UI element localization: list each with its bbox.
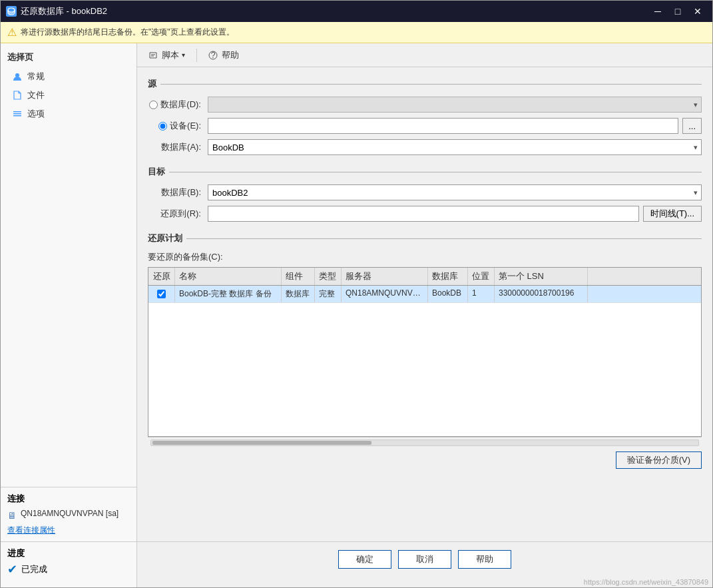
server-icon: 🖥 [7, 510, 17, 521]
connection-info: 🖥 QN18AMNQUVNVPAN [sa] [7, 509, 130, 521]
content-area: 源 数据库(D): [137, 67, 712, 541]
restore-plan-title: 还原计划 [148, 232, 182, 244]
left-panel: 选择页 常规 文件 选项 连接 [1, 43, 137, 587]
main-area: 选择页 常规 文件 选项 连接 [1, 43, 712, 587]
ok-button[interactable]: 确定 [338, 550, 391, 569]
row-name: BookDB-完整 数据库 备份 [175, 286, 282, 302]
view-connection-properties-link[interactable]: 查看连接属性 [7, 525, 130, 536]
sidebar-item-files[interactable]: 文件 [1, 86, 136, 105]
progress-section: 进度 ✔ 已完成 [1, 541, 136, 582]
file-icon [11, 89, 23, 101]
hscrollbar-thumb[interactable] [152, 441, 371, 445]
svg-text:?: ? [210, 51, 215, 60]
row-position: 1 [468, 286, 495, 302]
row-server: QN18AMNQUVNVPAN [342, 286, 428, 302]
source-title: 源 [148, 78, 156, 90]
options-icon [11, 108, 23, 120]
sidebar-item-options-label: 选项 [27, 108, 45, 120]
restore-plan-section: 还原计划 要还原的备份集(C): 还原 名称 组件 类型 服务器 [148, 232, 702, 469]
restore-to-control: 上次执行的备份(2019年9月23日 18:09:51) 时间线(T)... [208, 206, 702, 222]
toolbar-separator [196, 49, 197, 62]
device-radio[interactable] [158, 122, 167, 131]
svg-point-0 [8, 8, 15, 12]
col-header-position: 位置 [468, 268, 495, 285]
svg-rect-2 [13, 111, 21, 113]
validate-backup-button[interactable]: 验证备份介质(V) [616, 451, 702, 469]
close-button[interactable]: ✕ [688, 3, 707, 19]
sidebar-item-general[interactable]: 常规 [1, 67, 136, 86]
app-icon [6, 6, 17, 17]
help-dialog-button[interactable]: 帮助 [458, 550, 511, 569]
target-db-label: 数据库(B): [148, 186, 208, 198]
target-database-row: 数据库(B): bookDB2 [148, 184, 702, 200]
row-component: 数据库 [282, 286, 315, 302]
restore-plan-line [186, 238, 702, 239]
database-radio[interactable] [149, 101, 158, 109]
row-database: BookDB [428, 286, 468, 302]
restore-checkbox-cell[interactable] [148, 286, 175, 302]
database-radio-label[interactable]: 数据库(D): [149, 99, 201, 111]
target-section-line [169, 172, 702, 172]
connection-title: 连接 [7, 493, 130, 505]
window-title: 还原数据库 - bookDB2 [21, 5, 107, 17]
toolbar: 脚本 ▾ ? 帮助 [137, 43, 712, 67]
sidebar-item-files-label: 文件 [27, 89, 45, 101]
source-db-name-row: 数据库(A): BookDB [148, 139, 702, 155]
validate-btn-area: 验证备份介质(V) [148, 451, 702, 469]
main-window: 还原数据库 - bookDB2 ─ □ ✕ ⚠ 将进行源数据库的结尾日志备份。在… [0, 0, 713, 588]
sidebar-item-options[interactable]: 选项 [1, 105, 136, 123]
left-section-title: 选择页 [1, 49, 136, 67]
warning-text: 将进行源数据库的结尾日志备份。在"选项"页上查看此设置。 [21, 27, 234, 38]
restore-to-row: 还原到(R): 上次执行的备份(2019年9月23日 18:09:51) 时间线… [148, 206, 702, 222]
hscrollbar-track[interactable] [150, 440, 699, 446]
source-db-dropdown-wrapper: BookDB [208, 139, 702, 155]
source-db-control: BookDB [208, 139, 702, 155]
warning-bar: ⚠ 将进行源数据库的结尾日志备份。在"选项"页上查看此设置。 [1, 22, 712, 43]
sidebar-item-general-label: 常规 [27, 71, 45, 83]
source-database-control [208, 97, 702, 113]
target-db-dropdown[interactable]: bookDB2 [208, 184, 702, 200]
maximize-button[interactable]: □ [668, 3, 687, 19]
progress-item: ✔ 已完成 [7, 562, 130, 577]
col-header-name: 名称 [175, 268, 282, 285]
source-device-control: C:\database\backup\bookdb_full.bak ... [208, 118, 702, 134]
progress-title: 进度 [7, 547, 130, 559]
help-button[interactable]: ? 帮助 [202, 47, 245, 64]
table-row[interactable]: BookDB-完整 数据库 备份 数据库 完整 QN18AMNQUVNVPAN … [148, 286, 701, 303]
svg-rect-4 [13, 115, 21, 117]
backup-sets-label: 要还原的备份集(C): [148, 251, 702, 263]
script-button[interactable]: 脚本 ▾ [142, 47, 191, 64]
target-title: 目标 [148, 166, 165, 178]
row-type: 完整 [315, 286, 342, 302]
titlebar-left: 还原数据库 - bookDB2 [6, 5, 107, 17]
source-db-dropdown[interactable]: BookDB [208, 139, 702, 155]
window-controls: ─ □ ✕ [648, 3, 707, 19]
col-header-restore: 还原 [148, 268, 175, 285]
source-database-dropdown[interactable] [208, 97, 702, 113]
titlebar: 还原数据库 - bookDB2 ─ □ ✕ [1, 1, 712, 22]
target-database-control: bookDB2 [208, 184, 702, 200]
col-header-server: 服务器 [342, 268, 428, 285]
cancel-button[interactable]: 取消 [398, 550, 451, 569]
minimize-button[interactable]: ─ [648, 3, 667, 19]
col-header-type: 类型 [315, 268, 342, 285]
source-section: 源 数据库(D): [148, 78, 702, 155]
browse-button[interactable]: ... [682, 118, 702, 134]
watermark: https://blog.csdn.net/weixin_43870849 [137, 577, 712, 587]
target-db-dropdown-wrapper: bookDB2 [208, 184, 702, 200]
restore-to-input[interactable]: 上次执行的备份(2019年9月23日 18:09:51) [208, 206, 639, 222]
device-radio-label[interactable]: 设备(E): [158, 120, 201, 132]
timeline-button[interactable]: 时间线(T)... [643, 206, 702, 222]
horizontal-scrollbar[interactable] [148, 437, 702, 447]
source-db-label: 数据库(A): [148, 141, 208, 153]
col-header-lsn: 第一个 LSN [495, 268, 588, 285]
target-section-header: 目标 [148, 166, 702, 178]
connection-section: 连接 🖥 QN18AMNQUVNVPAN [sa] 查看连接属性 [1, 487, 136, 541]
restore-checkbox[interactable] [157, 290, 166, 298]
device-path-input[interactable]: C:\database\backup\bookdb_full.bak [208, 118, 678, 134]
source-database-dropdown-wrapper [208, 97, 702, 113]
source-section-line [160, 84, 702, 85]
target-section: 目标 数据库(B): bookDB2 [148, 166, 702, 222]
dialog-bottom: 确定 取消 帮助 [137, 541, 712, 577]
table-header: 还原 名称 组件 类型 服务器 数据库 位置 第一个 LSN [148, 268, 701, 286]
